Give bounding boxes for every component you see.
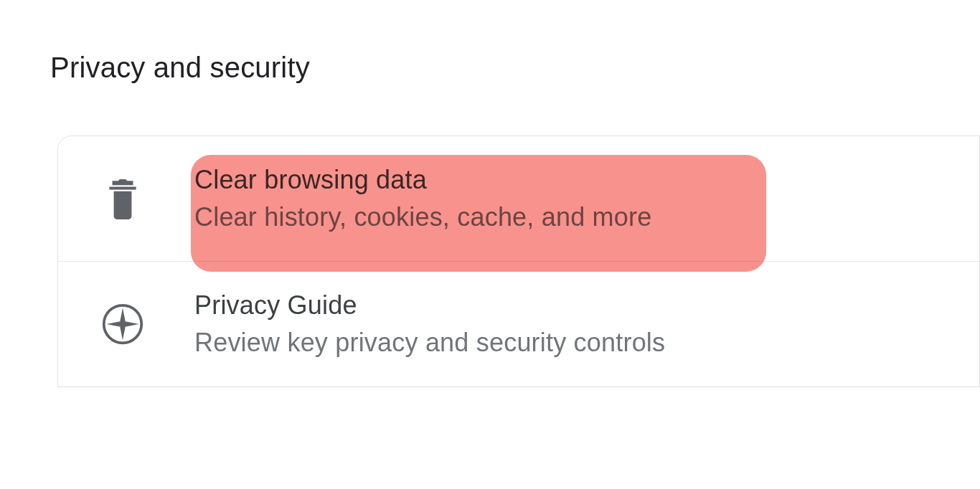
row-title: Privacy Guide — [194, 290, 665, 321]
row-subtitle: Clear history, cookies, cache, and more — [194, 202, 651, 232]
section-title: Privacy and security — [50, 52, 980, 84]
trash-icon — [101, 178, 144, 219]
privacy-security-section: Privacy and security Clear browsing data… — [0, 0, 980, 387]
settings-card: Clear browsing data Clear history, cooki… — [57, 136, 980, 387]
row-title: Clear browsing data — [194, 165, 651, 195]
compass-icon — [101, 301, 144, 347]
row-text: Clear browsing data Clear history, cooki… — [194, 165, 651, 232]
privacy-guide-row[interactable]: Privacy Guide Review key privacy and sec… — [58, 262, 979, 386]
row-text: Privacy Guide Review key privacy and sec… — [194, 290, 665, 358]
row-subtitle: Review key privacy and security controls — [194, 328, 665, 358]
clear-browsing-data-row[interactable]: Clear browsing data Clear history, cooki… — [58, 136, 979, 262]
